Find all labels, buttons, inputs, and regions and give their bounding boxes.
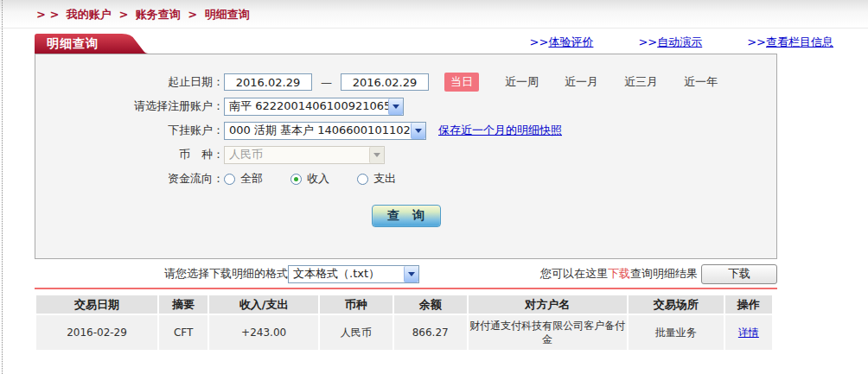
flow-option-income[interactable]: 收入 — [290, 171, 329, 187]
tab-label: 明细查询 — [47, 36, 99, 52]
currency-row: 币 种： 人民币 — [35, 143, 776, 167]
header-venue: 交易场所 — [629, 295, 724, 314]
download-row: 请您选择下载明细的格式 文本格式（.txt） 您可以在这里 下载 查询明细结果 … — [35, 263, 777, 285]
radio-unchecked-icon[interactable] — [357, 174, 368, 185]
breadcrumb-separator: > — [118, 8, 128, 21]
header-links: >>体验评价 >>自动演示 >>查看栏目信息 — [485, 35, 833, 54]
cell-summary: CFT — [159, 315, 207, 350]
end-date-input[interactable] — [341, 73, 429, 91]
register-account-row: 请选择注册账户： 南平 6222001406100921065 灵通卡 — [35, 94, 776, 118]
cell-currency: 人民币 — [320, 315, 393, 350]
sub-account-label: 下挂账户： — [35, 123, 224, 138]
breadcrumb-separator: > — [188, 8, 197, 21]
sub-account-select[interactable]: 000 活期 基本户 1406600101102571848 — [224, 122, 426, 140]
breadcrumb-item-detail-query[interactable]: 明细查询 — [205, 8, 250, 21]
quick-range-today-button[interactable]: 当日 — [444, 73, 479, 92]
quick-range-year-button[interactable]: 近一年 — [684, 74, 718, 90]
download-format-group: 请您选择下载明细的格式 文本格式（.txt） — [164, 265, 419, 283]
link-view-column-info[interactable]: >>查看栏目信息 — [747, 35, 833, 50]
transaction-table: 交易日期 摘要 收入/支出 币种 余额 对方户名 交易场所 操作 2016-02… — [35, 294, 774, 352]
radio-checked-icon[interactable] — [290, 174, 302, 185]
header-counterparty: 对方户名 — [469, 295, 627, 314]
download-format-select[interactable]: 文本格式（.txt） — [288, 265, 419, 283]
chevron-down-icon — [388, 98, 403, 115]
header-currency: 币种 — [320, 295, 393, 314]
quick-range-month-button[interactable]: 近一月 — [565, 74, 598, 90]
cell-amount: +243.00 — [209, 315, 318, 350]
tab-detail-query[interactable]: 明细查询 — [35, 34, 151, 54]
header-balance: 余额 — [394, 295, 467, 314]
register-account-label: 请选择注册账户： — [35, 98, 224, 114]
flow-direction-label: 资金流向： — [35, 171, 224, 187]
cell-balance: 866.27 — [394, 315, 467, 350]
start-date-input[interactable] — [224, 73, 312, 91]
download-action-group: 您可以在这里 下载 查询明细结果 下载 — [540, 264, 777, 284]
date-range-row: 起止日期： — 当日 近一周 近一月 近三月 近一年 — [35, 70, 776, 94]
header-action: 操作 — [725, 295, 772, 314]
header-trade-date: 交易日期 — [36, 295, 157, 314]
link-auto-demo[interactable]: >>自动演示 — [638, 35, 702, 50]
download-hint-link[interactable]: 下载 — [608, 266, 630, 282]
tab-row: 明细查询 >>体验评价 >>自动演示 >>查看栏目信息 — [35, 34, 833, 54]
breadcrumb: > > 我的账户 > 账务查询 > 明细查询 — [0, 0, 868, 29]
detail-link[interactable]: 详情 — [738, 326, 759, 339]
register-account-select[interactable]: 南平 6222001406100921065 灵通卡 — [224, 98, 404, 116]
save-monthly-snapshot-link[interactable]: 保存近一个月的明细快照 — [438, 123, 562, 138]
table-row: 2016-02-29 CFT +243.00 人民币 866.27 财付通支付科… — [36, 315, 772, 350]
flow-direction-row: 资金流向： 全部 收入 支出 — [35, 167, 776, 191]
breadcrumb-item-my-account[interactable]: 我的账户 — [67, 8, 112, 21]
flow-option-all[interactable]: 全部 — [224, 171, 263, 187]
red-divider — [35, 288, 777, 289]
breadcrumb-prefix: > > — [36, 8, 59, 21]
query-button[interactable]: 查 询 — [372, 205, 441, 227]
radio-unchecked-icon[interactable] — [224, 174, 235, 185]
download-format-label: 请您选择下载明细的格式 — [164, 266, 288, 282]
flow-option-expense[interactable]: 支出 — [357, 171, 396, 187]
cell-trade-date: 2016-02-29 — [36, 315, 157, 350]
sub-account-row: 下挂账户： 000 活期 基本户 1406600101102571848 保存近… — [35, 118, 776, 143]
link-experience-rating[interactable]: >>体验评价 — [530, 35, 594, 50]
query-form-panel: 起止日期： — 当日 近一周 近一月 近三月 近一年 请选择注册账户： 南平 6… — [35, 54, 777, 259]
currency-label: 币 种： — [35, 147, 224, 162]
date-range-label: 起止日期： — [35, 74, 224, 90]
quick-range-quarter-button[interactable]: 近三月 — [624, 74, 658, 90]
quick-range-week-button[interactable]: 近一周 — [505, 74, 539, 90]
chevron-down-icon — [369, 147, 384, 163]
header-summary: 摘要 — [159, 295, 207, 314]
cell-action: 详情 — [725, 315, 772, 350]
download-hint-suffix: 查询明细结果 — [630, 266, 698, 282]
header-income-expense: 收入/支出 — [209, 295, 318, 314]
query-button-row: 查 询 — [35, 205, 776, 227]
download-hint-prefix: 您可以在这里 — [540, 266, 608, 282]
currency-select-disabled: 人民币 — [224, 146, 385, 164]
detail-query-page: > > 我的账户 > 账务查询 > 明细查询 明细查询 >>体验评价 >>自动演… — [0, 0, 868, 374]
flow-radio-group: 全部 收入 支出 — [224, 171, 424, 187]
chevron-down-icon — [411, 123, 425, 139]
cell-counterparty: 财付通支付科技有限公司客户备付金 — [469, 315, 627, 350]
download-button[interactable]: 下载 — [701, 264, 777, 284]
chevron-down-icon — [404, 266, 418, 282]
left-dotted-border — [2, 0, 3, 374]
cell-venue: 批量业务 — [629, 315, 724, 350]
table-header-row: 交易日期 摘要 收入/支出 币种 余额 对方户名 交易场所 操作 — [36, 295, 772, 314]
date-dash: — — [321, 76, 332, 89]
breadcrumb-item-account-query[interactable]: 账务查询 — [136, 8, 181, 21]
